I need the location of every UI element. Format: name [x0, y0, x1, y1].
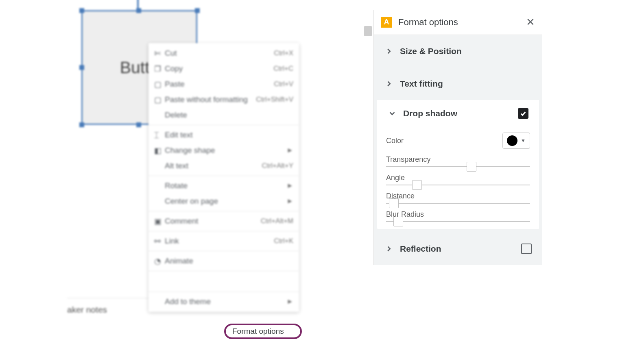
menu-add-to-theme[interactable]: Add to theme ►	[148, 294, 299, 309]
scissors-icon: ✄	[154, 49, 165, 57]
divider	[148, 176, 299, 176]
menu-link[interactable]: ⚯ Link Ctrl+K	[148, 233, 299, 249]
copy-icon: ❐	[154, 65, 165, 73]
menu-alt-text[interactable]: Alt text Ctrl+Alt+Y	[148, 158, 299, 174]
menu-label: Change shape	[165, 146, 284, 155]
section-text-fitting[interactable]: Text fitting	[374, 67, 542, 100]
resize-handle-tr[interactable]	[195, 8, 200, 13]
blank-icon	[154, 111, 165, 119]
slider-thumb[interactable]	[389, 198, 399, 208]
angle-slider[interactable]	[386, 185, 530, 185]
slider-thumb[interactable]	[467, 162, 476, 172]
menu-label: Add to theme	[165, 297, 284, 306]
menu-format-options-placeholder	[148, 273, 299, 289]
menu-shortcut: Ctrl+Alt+Y	[262, 162, 293, 170]
menu-label: Paste without formatting	[165, 95, 256, 104]
section-size-position[interactable]: Size & Position	[374, 35, 542, 67]
submenu-arrow-icon: ►	[286, 298, 293, 306]
menu-label: Animate	[165, 257, 293, 265]
submenu-arrow-icon: ►	[286, 182, 293, 190]
close-icon[interactable]: ✕	[526, 16, 535, 28]
section-label: Drop shadow	[403, 109, 457, 118]
drop-shadow-checkbox[interactable]	[518, 108, 528, 119]
chevron-right-icon	[384, 79, 400, 88]
menu-center-on-page[interactable]: Center on page ►	[148, 194, 299, 209]
rotation-handle[interactable]	[137, 0, 139, 9]
menu-paste-without-formatting[interactable]: ▢ Paste without formatting Ctrl+Shift+V	[148, 92, 299, 107]
reflection-checkbox[interactable]	[521, 244, 532, 254]
animate-icon: ◔	[154, 257, 165, 265]
color-label: Color	[386, 137, 502, 145]
menu-cut[interactable]: ✄ Cut Ctrl+X	[148, 46, 299, 61]
chevron-right-icon	[384, 47, 400, 56]
section-drop-shadow: Drop shadow Color ▼ Transparency Angle D…	[377, 100, 539, 229]
caret-down-icon: ▼	[521, 138, 526, 144]
color-picker-button[interactable]: ▼	[502, 133, 530, 149]
divider	[148, 231, 299, 231]
format-options-panel: Format options ✕ Size & Position Text fi…	[373, 10, 542, 265]
clipboard-icon: ▢	[154, 80, 165, 88]
menu-comment[interactable]: ▣ Comment Ctrl+Alt+M	[148, 213, 299, 229]
menu-shortcut: Ctrl+K	[274, 237, 293, 245]
menu-shortcut: Ctrl+V	[274, 80, 293, 88]
distance-label: Distance	[377, 185, 539, 203]
scrollbar-thumb[interactable]	[364, 26, 372, 36]
resize-handle-bl[interactable]	[79, 122, 84, 127]
menu-copy[interactable]: ❐ Copy Ctrl+C	[148, 61, 299, 76]
slider-thumb[interactable]	[412, 180, 422, 190]
link-icon: ⚯	[154, 237, 165, 245]
resize-handle-tl[interactable]	[79, 8, 84, 13]
menu-change-shape[interactable]: ◧ Change shape ►	[148, 143, 299, 158]
menu-animate[interactable]: ◔ Animate	[148, 253, 299, 269]
blank-icon	[154, 197, 165, 205]
menu-rotate[interactable]: Rotate ►	[148, 178, 299, 194]
resize-handle-bm[interactable]	[136, 122, 141, 127]
clipboard-clean-icon: ▢	[154, 96, 165, 104]
transparency-slider[interactable]	[386, 166, 530, 167]
menu-edit-text[interactable]: ⌶ Edit text	[148, 127, 299, 143]
blank-icon	[154, 182, 165, 190]
menu-format-options[interactable]: Format options	[224, 324, 302, 339]
resize-handle-tm[interactable]	[136, 8, 141, 13]
slide-canvas[interactable]: Butto aker notes ✄ Cut Ctrl+X ❐ Copy Ctr…	[67, 0, 413, 348]
section-label: Reflection	[400, 244, 441, 254]
menu-label: Comment	[165, 217, 261, 226]
section-drop-shadow-header[interactable]: Drop shadow	[377, 100, 539, 127]
speaker-notes-label: aker notes	[67, 305, 107, 314]
submenu-arrow-icon: ►	[286, 146, 293, 154]
menu-label: Alt text	[165, 161, 262, 170]
menu-label: Edit text	[165, 130, 293, 139]
color-swatch	[507, 135, 517, 146]
menu-label: Center on page	[165, 197, 284, 206]
menu-label: Format options	[232, 327, 284, 336]
menu-label: Link	[165, 237, 274, 246]
edit-text-icon: ⌶	[154, 131, 165, 139]
chevron-right-icon	[384, 244, 400, 253]
divider	[148, 125, 299, 125]
menu-label: Cut	[165, 49, 274, 58]
blur-radius-slider[interactable]	[386, 221, 530, 222]
section-label: Size & Position	[400, 46, 462, 56]
slider-thumb[interactable]	[393, 217, 403, 226]
menu-label: Rotate	[165, 181, 284, 190]
divider	[148, 291, 299, 292]
transparency-label: Transparency	[377, 149, 539, 166]
divider	[148, 251, 299, 251]
menu-paste[interactable]: ▢ Paste Ctrl+V	[148, 76, 299, 92]
submenu-arrow-icon: ►	[286, 197, 293, 205]
menu-label: Delete	[165, 111, 293, 120]
context-menu: ✄ Cut Ctrl+X ❐ Copy Ctrl+C ▢ Paste Ctrl+…	[148, 43, 299, 312]
section-reflection[interactable]: Reflection	[374, 233, 542, 265]
blank-icon	[154, 162, 165, 170]
menu-shortcut: Ctrl+Shift+V	[256, 96, 293, 104]
menu-delete[interactable]: Delete	[148, 107, 299, 123]
divider	[148, 211, 299, 211]
resize-handle-ml[interactable]	[79, 65, 84, 70]
menu-shortcut: Ctrl+C	[273, 65, 293, 73]
menu-label: Paste	[165, 80, 274, 89]
color-row: Color ▼	[377, 133, 539, 149]
menu-shortcut: Ctrl+Alt+M	[261, 217, 293, 225]
angle-label: Angle	[377, 167, 539, 185]
distance-slider[interactable]	[386, 203, 530, 204]
panel-header: Format options ✕	[374, 10, 542, 35]
